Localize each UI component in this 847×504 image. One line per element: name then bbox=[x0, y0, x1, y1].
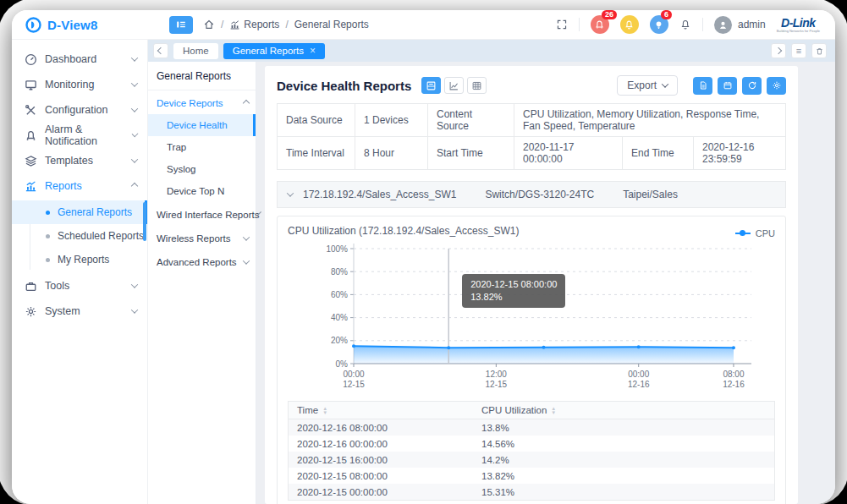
sidebar-toggle-button[interactable] bbox=[169, 16, 193, 34]
close-icon[interactable]: × bbox=[310, 47, 316, 55]
tab-scroll-left-button[interactable] bbox=[153, 43, 168, 58]
tree-group-label: Wired Interface Reports bbox=[157, 210, 259, 220]
hint-button[interactable]: 6 bbox=[650, 15, 668, 34]
dlink-logo: D-Link Building Networks for People bbox=[777, 17, 820, 33]
tools-icon bbox=[25, 280, 37, 293]
report-file-button[interactable] bbox=[693, 77, 712, 95]
tab-general-reports[interactable]: General Reports × bbox=[223, 43, 325, 59]
tree-item-trap[interactable]: Trap bbox=[148, 136, 256, 158]
alarm-icon bbox=[25, 129, 37, 142]
sidebar-scrollbar[interactable] bbox=[143, 202, 146, 241]
tab-label: General Reports bbox=[233, 46, 304, 56]
legend-cpu[interactable]: CPU bbox=[735, 228, 775, 238]
chevron-down-icon bbox=[131, 131, 138, 138]
legend-marker bbox=[735, 233, 751, 234]
sidebar-item-scheduled-reports[interactable]: Scheduled Reports bbox=[12, 224, 147, 248]
sort-icon[interactable]: ▲▼ bbox=[322, 407, 327, 415]
list-icon bbox=[175, 19, 187, 30]
legend-label: CPU bbox=[756, 228, 775, 238]
app-logo: D-View8 bbox=[12, 17, 162, 33]
sidebar-item-dashboard[interactable]: Dashboard bbox=[12, 47, 147, 72]
templates-icon bbox=[25, 155, 37, 167]
data-source-value: 1 Devices bbox=[355, 104, 428, 137]
tab-scroll-right-button[interactable] bbox=[771, 43, 786, 58]
username[interactable]: admin bbox=[738, 19, 766, 30]
export-button[interactable]: Export bbox=[617, 75, 678, 96]
bell-outline-icon bbox=[679, 19, 691, 30]
column-cpu-utilization[interactable]: CPU Utilization▲▼ bbox=[473, 402, 775, 419]
breadcrumb: / Reports / General Reports bbox=[203, 19, 369, 30]
collapse-icon[interactable] bbox=[287, 189, 294, 196]
divider bbox=[702, 18, 703, 31]
close-all-tabs-button[interactable] bbox=[811, 43, 827, 58]
device-section-header[interactable]: 172.18.192.4/Sales_Access_SW1 Switch/DGS… bbox=[277, 181, 786, 208]
main-content: Device Health Reports bbox=[256, 62, 835, 504]
cpu-chart[interactable]: 0%20%40%60%80%100%00:0012-1512:0012-1500… bbox=[288, 240, 775, 401]
table-header-row: Time▲▼ CPU Utilization▲▼ bbox=[289, 402, 775, 419]
tree-item-device-top-n[interactable]: Device Top N bbox=[148, 180, 256, 202]
app-window: D-View8 / Reports / General Reports 2 bbox=[12, 10, 835, 504]
sidebar-subitem-label: Scheduled Reports bbox=[58, 230, 144, 242]
tree-group-advanced-reports[interactable]: Advanced Reports bbox=[148, 251, 256, 273]
report-summary-table: Data Source 1 Devices Content Source CPU… bbox=[277, 103, 786, 170]
sidebar-item-tools[interactable]: Tools bbox=[12, 273, 147, 299]
chart-view-icon bbox=[448, 80, 459, 91]
tree-group-wireless-reports[interactable]: Wireless Reports bbox=[148, 227, 256, 249]
configuration-icon bbox=[25, 104, 37, 117]
breadcrumb-reports[interactable]: Reports bbox=[229, 19, 279, 30]
chevron-down-icon bbox=[662, 80, 668, 87]
chevron-left-icon bbox=[157, 47, 164, 54]
sidebar-item-monitoring[interactable]: Monitoring bbox=[12, 72, 147, 97]
table-row[interactable]: 2020-12-15 08:00:0013.82% bbox=[289, 468, 775, 484]
table-row[interactable]: 2020-12-15 00:00:0015.31% bbox=[289, 484, 775, 501]
calendar-icon bbox=[723, 80, 733, 90]
schedule-button[interactable] bbox=[718, 77, 737, 95]
tree-group-device-reports[interactable]: Device Reports bbox=[148, 92, 256, 114]
column-time[interactable]: Time▲▼ bbox=[289, 402, 474, 419]
document-icon bbox=[698, 80, 708, 90]
table-row: Time Interval 8 Hour Start Time 2020-11-… bbox=[278, 137, 786, 170]
chart-view-button[interactable] bbox=[444, 77, 464, 94]
sidebar-item-general-reports[interactable]: General Reports bbox=[12, 200, 147, 224]
refresh-button[interactable] bbox=[742, 77, 762, 95]
table-row[interactable]: 2020-12-16 00:00:0014.56% bbox=[289, 436, 775, 452]
end-time-label: End Time bbox=[623, 137, 694, 170]
settings-button[interactable] bbox=[767, 77, 786, 95]
system-bell-button[interactable] bbox=[679, 19, 691, 30]
sidebar-item-label: Reports bbox=[45, 180, 82, 192]
avatar[interactable] bbox=[714, 16, 732, 34]
table-row[interactable]: 2020-12-15 16:00:0014.2% bbox=[289, 452, 775, 468]
sidebar-item-alarm-notification[interactable]: Alarm & Notification bbox=[12, 123, 147, 148]
sidebar-item-system[interactable]: System bbox=[12, 299, 147, 324]
sort-icon[interactable]: ▲▼ bbox=[551, 407, 556, 415]
sidebar-item-my-reports[interactable]: My Reports bbox=[12, 248, 147, 271]
tree-group-wired-interface-reports[interactable]: Wired Interface Reports bbox=[148, 204, 256, 226]
fullscreen-button[interactable] bbox=[556, 19, 568, 30]
tree-group-label: Device Reports bbox=[157, 98, 223, 108]
svg-text:12-15: 12-15 bbox=[486, 380, 508, 389]
breadcrumb-reports-label: Reports bbox=[244, 19, 279, 30]
combined-view-icon bbox=[426, 80, 437, 91]
tree-item-device-health[interactable]: Device Health bbox=[148, 114, 256, 136]
table-view-button[interactable] bbox=[467, 77, 487, 94]
tree-item-syslog[interactable]: Syslog bbox=[148, 158, 256, 180]
sidebar-item-label: Configuration bbox=[45, 104, 107, 116]
notification-button[interactable] bbox=[620, 15, 639, 34]
tab-home[interactable]: Home bbox=[173, 43, 218, 59]
tab-menu-button[interactable]: ≡ bbox=[791, 43, 806, 58]
tab-bar: Home General Reports × ≡ bbox=[148, 40, 835, 62]
sidebar-item-templates[interactable]: Templates bbox=[12, 148, 147, 173]
dview-logo-icon bbox=[25, 17, 41, 33]
tab-label: Home bbox=[183, 46, 209, 56]
home-icon[interactable] bbox=[203, 19, 215, 30]
alarm-notification-button[interactable]: 26 bbox=[591, 15, 609, 34]
table-row[interactable]: 2020-12-16 08:00:0013.8% bbox=[289, 419, 775, 436]
combined-view-button[interactable] bbox=[421, 77, 441, 94]
chart-title: CPU Utilization (172.18.192.4/Sales_Acce… bbox=[288, 225, 519, 237]
trash-icon bbox=[815, 47, 824, 56]
area-chart[interactable]: 0%20%40%60%80%100%00:0012-1512:0012-1500… bbox=[288, 240, 778, 399]
monitoring-icon bbox=[25, 79, 37, 91]
svg-text:08:00: 08:00 bbox=[723, 370, 744, 379]
sidebar-item-configuration[interactable]: Configuration bbox=[12, 97, 147, 123]
sidebar-item-reports[interactable]: Reports bbox=[12, 173, 147, 199]
